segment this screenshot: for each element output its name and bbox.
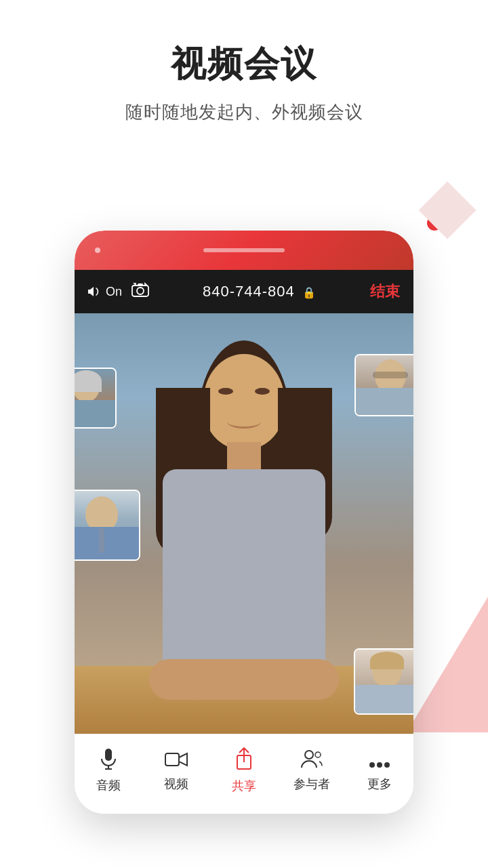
- phone-top-bar: [75, 231, 413, 270]
- participants-label: 参与者: [293, 776, 330, 792]
- header-section: 视频会议 随时随地发起内、外视频会议: [0, 41, 488, 124]
- meeting-id: 840-744-804: [203, 283, 295, 300]
- toolbar-left: On: [88, 282, 149, 301]
- svg-point-9: [315, 752, 321, 757]
- participant-thumb-4[interactable]: [354, 648, 413, 715]
- decorative-triangle: [407, 597, 488, 732]
- svg-point-1: [137, 288, 144, 294]
- more-icon: [369, 750, 390, 772]
- audio-icon: [99, 748, 118, 773]
- end-call-button[interactable]: 结束: [370, 281, 400, 302]
- page-title: 视频会议: [0, 41, 488, 88]
- share-icon: [234, 747, 254, 774]
- camera-flip-button[interactable]: [131, 282, 149, 301]
- person-body: [163, 469, 325, 686]
- participants-icon: [300, 749, 323, 772]
- call-toolbar: On 840-744-804 🔒 结束: [75, 270, 413, 313]
- more-label: 更多: [367, 776, 392, 792]
- toolbar-video[interactable]: 视频: [149, 750, 203, 792]
- bottom-toolbar: 音频 视频 共享: [75, 734, 413, 814]
- participant-thumb-2[interactable]: [75, 490, 140, 561]
- participant-thumb-1[interactable]: [75, 368, 117, 429]
- svg-point-10: [369, 762, 375, 768]
- speaker-on-label: On: [106, 285, 122, 299]
- participant-1-video: [75, 369, 115, 427]
- svg-point-11: [377, 762, 382, 768]
- speaker-button[interactable]: On: [88, 285, 122, 299]
- decorative-rhombus: [419, 182, 476, 239]
- participant-thumb-3[interactable]: [354, 354, 413, 416]
- participant-2-video: [75, 491, 139, 559]
- share-label: 共享: [232, 778, 256, 794]
- person-face: [203, 354, 285, 449]
- toolbar-participants[interactable]: 参与者: [285, 749, 339, 792]
- video-icon: [165, 750, 188, 772]
- toolbar-audio[interactable]: 音频: [81, 748, 136, 793]
- main-video-area: [75, 313, 413, 734]
- svg-rect-3: [105, 749, 112, 761]
- lock-icon: 🔒: [302, 287, 317, 298]
- meeting-id-area: 840-744-804 🔒: [149, 283, 370, 300]
- participant-4-video: [355, 650, 413, 713]
- audio-label: 音频: [96, 777, 121, 793]
- svg-rect-6: [165, 753, 179, 766]
- person-arms: [149, 659, 339, 700]
- toolbar-share[interactable]: 共享: [217, 747, 271, 794]
- svg-point-12: [384, 762, 390, 768]
- phone-mockup: On 840-744-804 🔒 结束: [75, 231, 413, 814]
- phone-notch-line: [203, 248, 285, 252]
- svg-rect-2: [138, 283, 143, 286]
- video-label: 视频: [164, 776, 188, 792]
- participant-3-video: [356, 355, 413, 415]
- toolbar-more[interactable]: 更多: [352, 750, 407, 792]
- svg-point-8: [305, 751, 313, 759]
- page-subtitle: 随时随地发起内、外视频会议: [0, 100, 488, 124]
- phone-notch-dot: [95, 248, 100, 253]
